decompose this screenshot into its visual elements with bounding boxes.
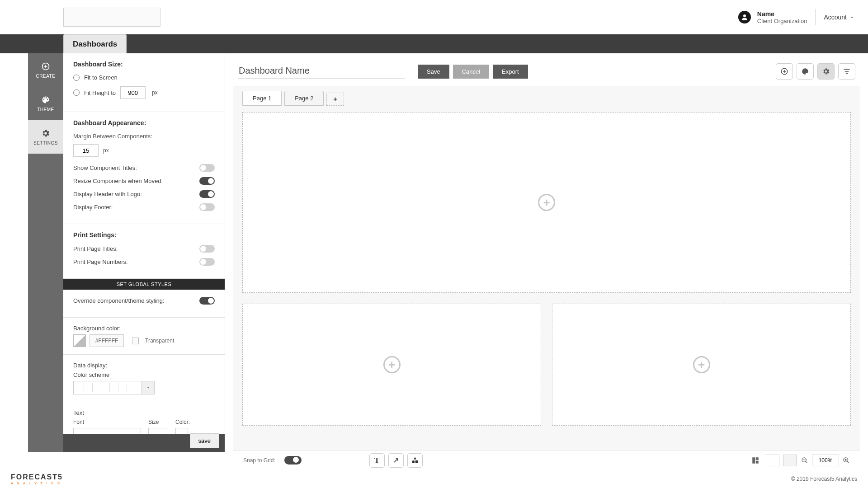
shapes-tool-button[interactable]	[407, 453, 423, 468]
override-toggle[interactable]	[199, 297, 215, 305]
plus-circle-icon: +	[538, 194, 555, 211]
brand-name: FORECAST5	[11, 473, 63, 481]
chevron-down-icon	[142, 381, 154, 394]
canvas-area: Save Cancel Export Page 1 Page 2 + +	[225, 53, 868, 470]
layout-icon	[751, 456, 760, 465]
cancel-button[interactable]: Cancel	[453, 65, 489, 79]
chevron-down-icon	[849, 15, 854, 20]
plus-circle-icon	[780, 67, 788, 75]
page-tab-1[interactable]: Page 1	[242, 91, 282, 106]
settings-button[interactable]	[817, 63, 835, 80]
zoom-in-icon[interactable]	[843, 457, 850, 464]
rail-settings-label: SETTINGS	[33, 141, 58, 145]
top-header: Name Client Organization Account	[0, 0, 868, 34]
gear-icon	[822, 67, 830, 75]
color-scheme-select[interactable]	[73, 381, 155, 394]
print-titles-label: Print Page Titles:	[73, 245, 118, 252]
filter-button[interactable]	[838, 63, 855, 80]
svg-point-0	[743, 14, 746, 17]
rail-theme[interactable]: THEME	[28, 87, 63, 120]
view-box-1[interactable]	[766, 455, 779, 466]
account-menu[interactable]: Account	[824, 14, 854, 21]
svg-rect-4	[415, 460, 418, 463]
brand-subtitle: A N A L Y T I C S	[11, 481, 63, 485]
dashboard-name-input[interactable]	[238, 64, 405, 79]
display-footer-label: Display Footer:	[73, 204, 113, 211]
plus-circle-icon: +	[693, 356, 710, 373]
text-icon: T	[374, 456, 379, 465]
theme-button[interactable]	[797, 63, 814, 80]
dropzone-3[interactable]: +	[552, 304, 851, 426]
panel-save-button[interactable]: save	[190, 433, 219, 448]
account-label: Account	[824, 14, 847, 21]
plus-circle-icon: +	[383, 356, 401, 373]
print-numbers-label: Print Page Numbers:	[73, 258, 128, 265]
user-block: Name Client Organization	[738, 10, 807, 24]
view-box-2[interactable]	[783, 455, 797, 466]
resize-moved-toggle[interactable]	[199, 177, 215, 185]
data-display-label: Data display:	[73, 362, 215, 369]
fit-height-input[interactable]	[120, 86, 146, 99]
svg-rect-5	[752, 457, 755, 464]
bg-color-swatch[interactable]	[73, 334, 86, 347]
margin-input[interactable]	[73, 144, 99, 157]
px-unit: px	[152, 89, 158, 96]
shapes-icon	[411, 456, 419, 465]
bg-hex-input[interactable]	[90, 334, 124, 347]
transparent-checkbox[interactable]	[132, 338, 139, 344]
user-org: Client Organization	[757, 18, 807, 24]
fit-height-radio[interactable]: Fit Height to px	[73, 86, 215, 99]
settings-panel: Dashboard Size: Fit to Screen Fit Height…	[63, 53, 225, 452]
global-styles-bar: SET GLOBAL STYLES	[63, 279, 225, 290]
page-tab-2[interactable]: Page 2	[284, 91, 324, 106]
zoom-out-icon[interactable]	[801, 457, 808, 464]
px-unit-2: px	[103, 147, 109, 154]
user-name: Name	[757, 10, 807, 18]
avatar-icon	[738, 11, 751, 23]
arrow-tool-button[interactable]	[388, 453, 404, 468]
svg-rect-7	[756, 460, 759, 463]
display-header-toggle[interactable]	[199, 190, 215, 198]
palette-icon	[41, 95, 50, 104]
text-tool-button[interactable]: T	[369, 453, 385, 468]
color-scheme-label: Color scheme	[73, 371, 215, 378]
rail-create[interactable]: CREATE	[28, 53, 63, 87]
fit-height-label: Fit Height to	[84, 89, 116, 96]
palette-icon	[801, 67, 809, 75]
show-titles-toggle[interactable]	[199, 164, 215, 172]
tab-strip: Dashboards	[0, 34, 868, 53]
divider	[815, 9, 816, 25]
page-footer: FORECAST5 A N A L Y T I C S © 2019 Forec…	[0, 470, 868, 488]
size-label: Size	[148, 419, 168, 425]
display-header-label: Display Header with Logo:	[73, 191, 142, 197]
filter-icon	[843, 67, 851, 75]
text-section-label: Text	[73, 409, 215, 416]
print-numbers-toggle[interactable]	[199, 258, 215, 266]
left-column: CREATE THEME SETTINGS	[0, 53, 63, 470]
add-component-button[interactable]	[776, 63, 793, 80]
zoom-input[interactable]	[812, 455, 839, 466]
display-footer-toggle[interactable]	[199, 203, 215, 211]
fit-screen-radio[interactable]: Fit to Screen	[73, 74, 215, 81]
plus-circle-icon	[41, 62, 50, 71]
svg-rect-6	[756, 457, 759, 460]
plus-icon	[332, 96, 338, 102]
save-button[interactable]: Save	[418, 65, 449, 79]
layout-view-button[interactable]	[749, 455, 762, 466]
svg-point-3	[412, 460, 415, 463]
rail-create-label: CREATE	[36, 74, 56, 79]
bottom-toolbar: Snap to Grid: T	[233, 450, 860, 470]
dropzone-2[interactable]: +	[242, 304, 541, 426]
rail-settings[interactable]: SETTINGS	[28, 120, 63, 154]
export-button[interactable]: Export	[493, 65, 528, 79]
print-titles-toggle[interactable]	[199, 245, 215, 253]
size-heading: Dashboard Size:	[73, 61, 215, 68]
override-label: Override component/theme styling:	[73, 297, 165, 304]
show-titles-label: Show Component Titles:	[73, 164, 137, 171]
tab-dashboards[interactable]: Dashboards	[63, 34, 127, 53]
font-label: Font	[73, 419, 141, 425]
dropzone-1[interactable]: +	[242, 112, 851, 293]
page-tab-add[interactable]	[326, 93, 344, 106]
gear-icon	[41, 129, 50, 138]
snap-toggle[interactable]	[284, 456, 302, 465]
